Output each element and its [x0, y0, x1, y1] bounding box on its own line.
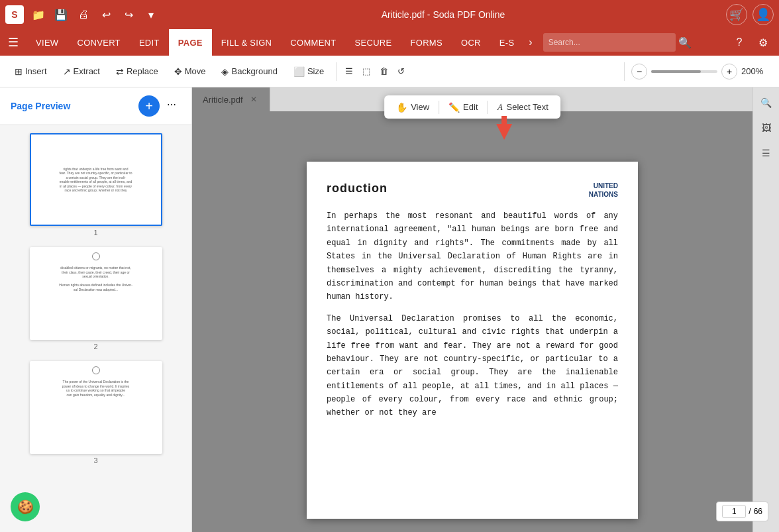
search-icon[interactable]: 🔍: [678, 36, 692, 49]
doc-tab-close-button[interactable]: ✕: [248, 94, 259, 105]
menu-item-page[interactable]: PAGE: [169, 29, 212, 56]
cookie-button[interactable]: 🍪: [11, 492, 40, 521]
page-number-1: 1: [93, 229, 97, 237]
top-bar: S 📁 💾 🖨 ↩ ↪ ▾ Ariticle.pdf - Soda PDF On…: [0, 0, 779, 29]
background-button[interactable]: ◈ Background: [215, 63, 284, 80]
thumbnail-inner-1: rights that underpin a life free from wa…: [31, 134, 161, 225]
doc-viewer[interactable]: roduction UNITED NATIONS In perhaps the …: [192, 111, 753, 532]
red-arrow-indicator: [496, 116, 512, 142]
hamburger-menu[interactable]: ☰: [0, 29, 26, 56]
image-panel-icon[interactable]: 🖼: [756, 118, 776, 138]
app-logo[interactable]: S: [5, 5, 24, 24]
page-preview-sidebar: Page Preview + ⋯ rights that underpin a …: [0, 87, 192, 532]
toolbar-divider: [439, 101, 439, 114]
replace-button[interactable]: ⇄ Replace: [109, 63, 165, 80]
search-panel-icon[interactable]: 🔍: [756, 93, 776, 113]
background-icon: ◈: [221, 66, 229, 77]
list-item: The power of the Universal Declaration i…: [30, 361, 162, 464]
page-thumbnail-1[interactable]: rights that underpin a life free from wa…: [30, 133, 162, 226]
menu-item-comment[interactable]: COMMENT: [281, 29, 345, 56]
pencil-icon: ✏️: [448, 102, 460, 113]
page-insert-icon[interactable]: ⬚: [359, 63, 374, 80]
undo-icon[interactable]: ↩: [97, 5, 115, 24]
pdf-page: roduction UNITED NATIONS In perhaps the …: [307, 162, 638, 519]
view-button[interactable]: ✋ View: [390, 99, 436, 116]
doc-tab-name: Ariticle.pdf: [203, 95, 243, 105]
cart-icon[interactable]: 🛒: [726, 4, 747, 25]
page-thumbnail-2[interactable]: disabled citizens or migrants, no matter…: [30, 247, 162, 340]
toolbar: ⊞ Insert ↗ Extract ⇄ Replace ✥ Move ◈ Ba…: [0, 56, 779, 87]
menu-item-view[interactable]: VIEW: [26, 29, 68, 56]
thumbnail-text-3: The power of the Universal Declaration i…: [60, 377, 132, 399]
page-number-2: 2: [93, 343, 97, 350]
svg-rect-1: [501, 116, 507, 125]
zoom-level: 200%: [741, 66, 771, 76]
page-number-input[interactable]: [722, 505, 746, 518]
toolbar-separator-2: [624, 62, 625, 81]
chevron-down-icon[interactable]: ▾: [142, 5, 160, 24]
right-mini-sidebar: 🔍 🖼 ☰: [753, 87, 779, 532]
add-page-button[interactable]: +: [138, 95, 160, 117]
menu-item-forms[interactable]: FORMS: [401, 29, 452, 56]
toolbar-separator-1: [336, 62, 337, 81]
search-input[interactable]: [543, 33, 676, 52]
menu-bar: ☰ VIEW CONVERT EDIT PAGE FILL & SIGN COM…: [0, 29, 779, 56]
settings-icon[interactable]: ⚙: [753, 32, 774, 53]
zoom-slider[interactable]: [651, 70, 717, 73]
menu-item-secure[interactable]: SECURE: [346, 29, 401, 56]
app-title: Ariticle.pdf - Soda PDF Online: [166, 9, 721, 20]
cursor-icon: 𝐴: [497, 101, 503, 113]
insert-button[interactable]: ⊞ Insert: [8, 63, 54, 80]
list-panel-icon[interactable]: ☰: [756, 143, 776, 163]
save-icon[interactable]: 💾: [52, 5, 70, 24]
pdf-section-title: roduction: [327, 182, 388, 195]
zoom-in-button[interactable]: +: [721, 64, 737, 80]
page-nav-separator: /: [749, 507, 751, 516]
size-button[interactable]: ⬜ Size: [287, 63, 331, 80]
more-options-button[interactable]: ⋯: [162, 95, 181, 114]
move-button[interactable]: ✥ Move: [168, 63, 213, 80]
menu-item-edit[interactable]: EDIT: [130, 29, 169, 56]
print-icon[interactable]: 🖨: [74, 5, 93, 24]
zoom-out-button[interactable]: −: [631, 64, 647, 80]
menu-item-convert[interactable]: CONVERT: [68, 29, 129, 56]
page-thumbnails: rights that underpin a life free from wa…: [0, 125, 191, 532]
zoom-controls: − + 200%: [621, 62, 771, 81]
edit-button[interactable]: ✏️ Edit: [442, 99, 484, 116]
extract-icon: ↗: [63, 66, 71, 77]
page-layout-icon[interactable]: ☰: [342, 63, 356, 80]
page-thumbnail-3[interactable]: The power of the Universal Declaration i…: [30, 361, 162, 454]
pdf-paragraph-1: In perhaps the most resonant and beautif…: [327, 209, 618, 304]
toolbar-divider-2: [488, 101, 488, 114]
menu-item-fill-sign[interactable]: FILL & SIGN: [212, 29, 282, 56]
total-pages: 66: [754, 507, 762, 516]
thumbnail-inner-3: The power of the Universal Declaration i…: [31, 362, 161, 452]
user-icon[interactable]: 👤: [753, 4, 774, 25]
list-item: rights that underpin a life free from wa…: [30, 133, 162, 237]
size-icon: ⬜: [293, 66, 305, 77]
top-bar-icons: 📁 💾 🖨 ↩ ↪ ▾: [29, 5, 160, 24]
list-item: disabled citizens or migrants, no matter…: [30, 247, 162, 350]
pdf-header: roduction UNITED NATIONS: [327, 182, 618, 199]
cookie-icon: 🍪: [17, 499, 34, 515]
insert-icon: ⊞: [15, 66, 23, 77]
pdf-text: In perhaps the most resonant and beautif…: [327, 209, 618, 420]
menu-more-icon[interactable]: ›: [523, 29, 537, 56]
main-content: Page Preview + ⋯ rights that underpin a …: [0, 87, 779, 532]
thumbnail-text-2: disabled citizens or migrants, no matter…: [56, 263, 135, 294]
help-icon[interactable]: ?: [729, 32, 750, 53]
rotate-icon[interactable]: ↺: [394, 63, 408, 80]
delete-icon[interactable]: 🗑: [376, 63, 391, 80]
menu-item-ocr[interactable]: OCR: [452, 29, 490, 56]
floating-toolbar: ✋ View ✏️ Edit 𝐴 Select Text: [384, 95, 560, 119]
center-panel: Ariticle.pdf ✕ ✋ View ✏️ Edit 𝐴 Select T…: [192, 87, 753, 532]
doc-tab-ariticle[interactable]: Ariticle.pdf ✕: [192, 87, 270, 111]
svg-marker-0: [496, 124, 512, 140]
menu-search-area: 🔍: [538, 29, 723, 56]
select-text-button[interactable]: 𝐴 Select Text: [491, 98, 555, 116]
redo-icon[interactable]: ↪: [119, 5, 138, 24]
top-bar-right: 🛒 👤: [726, 4, 774, 25]
menu-item-es[interactable]: E-S: [490, 29, 524, 56]
extract-button[interactable]: ↗ Extract: [56, 63, 107, 80]
folder-open-icon[interactable]: 📁: [29, 5, 48, 24]
